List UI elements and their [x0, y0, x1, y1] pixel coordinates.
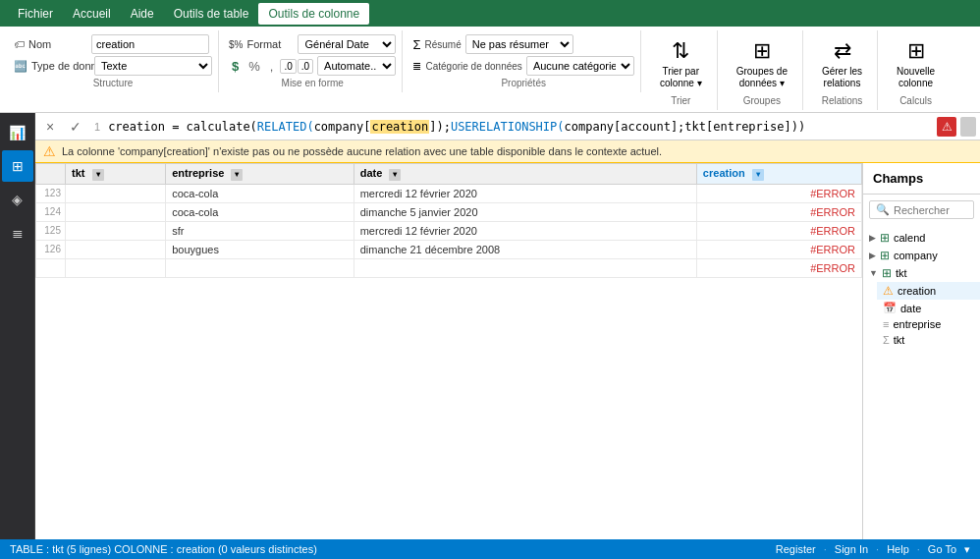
cell-tkt-3 — [66, 221, 166, 240]
left-nav-dax[interactable]: ≣ — [2, 217, 33, 249]
new-col-icon: ⊞ — [907, 38, 925, 64]
table-header-row: tkt ▾ entreprise ▾ date ▾ — [36, 164, 862, 185]
creation-filter-btn[interactable]: ▾ — [752, 169, 764, 181]
mise-en-forme-group-label: Mise en forme — [282, 78, 344, 88]
status-sign-in[interactable]: Sign In — [835, 543, 868, 555]
menu-outils-colonne[interactable]: Outils de colonne — [258, 3, 369, 25]
col-entreprise[interactable]: entreprise ▾ — [166, 164, 354, 185]
tree-item-entreprise[interactable]: ≡ entreprise — [877, 316, 980, 332]
cell-tkt-4 — [66, 240, 166, 258]
tkt-sigma-label: tkt — [894, 334, 905, 346]
tree-item-creation[interactable]: ⚠ creation — [877, 282, 980, 300]
left-nav-chart[interactable]: 📊 — [2, 117, 33, 148]
col-date[interactable]: date ▾ — [354, 164, 696, 185]
table-row: #ERROR — [36, 258, 862, 277]
formula-text[interactable]: creation = calculate(RELATED(company[cre… — [108, 120, 933, 134]
row-num-2: 124 — [36, 202, 66, 221]
dec-decrease-btn[interactable]: .0 — [298, 59, 313, 74]
row-num-3: 125 — [36, 221, 66, 240]
nom-input[interactable] — [91, 34, 209, 54]
formula-col-highlight: creation — [370, 120, 429, 134]
tree-item-date[interactable]: 📅 date — [877, 300, 980, 316]
tree-item-company[interactable]: ▶ ⊞ company — [863, 247, 980, 264]
company-table-icon: ⊞ — [880, 249, 890, 262]
tree-item-tkt-sigma[interactable]: Σ tkt — [877, 332, 980, 348]
status-help[interactable]: Help — [887, 543, 909, 555]
trier-group-label: Trier — [671, 95, 690, 106]
left-nav-table[interactable]: ⊞ — [2, 150, 33, 182]
formula-confirm-btn[interactable]: ✓ — [65, 116, 86, 138]
cell-tkt-1 — [66, 184, 166, 202]
date-filter-btn[interactable]: ▾ — [389, 169, 401, 181]
formula-close-btn[interactable]: × — [39, 116, 61, 138]
nom-icon: 🏷 — [14, 38, 25, 50]
warning-icon: ⚠ — [43, 143, 56, 159]
resume-label: Résumé — [425, 39, 462, 50]
calculs-group-label: Calculs — [899, 95, 932, 106]
cell-creation-4: #ERROR — [696, 240, 861, 258]
cell-creation-2: #ERROR — [696, 202, 861, 221]
ribbon: 🏷 Nom 🔤 Type de données Texte Structure — [0, 27, 980, 113]
formula-error-btn[interactable]: ⚠ — [937, 117, 956, 137]
entreprise-field-label: entreprise — [893, 318, 941, 330]
format-sy-icon: $% — [229, 39, 243, 50]
pct-btn[interactable]: % — [245, 58, 263, 75]
automate-select[interactable]: Automate... — [317, 56, 396, 76]
groupes-donnees-btn[interactable]: ⊞ Groupes dedonnées ▾ — [728, 34, 796, 93]
tree-item-calend[interactable]: ▶ ⊞ calend — [863, 229, 980, 247]
warning-bar: ⚠ La colonne 'company[creation]' n'exist… — [35, 140, 980, 163]
status-register[interactable]: Register — [776, 543, 816, 555]
ribbon-group-proprietes: Σ Résumé Ne pas résumer ≣ Catégorie de d… — [407, 30, 640, 92]
formula-related-fn: RELATED( — [257, 120, 314, 134]
tkt-filter-btn[interactable]: ▾ — [92, 169, 104, 181]
dec-increase-btn[interactable]: .0 — [280, 59, 296, 74]
dollar-btn[interactable]: $ — [229, 58, 242, 75]
resume-select[interactable]: Ne pas résumer — [465, 34, 573, 54]
cell-entreprise-5 — [166, 258, 354, 277]
status-go-to[interactable]: Go To — [928, 543, 956, 555]
formula-bar: × ✓ 1 creation = calculate(RELATED(compa… — [35, 113, 980, 140]
col-tkt[interactable]: tkt ▾ — [66, 164, 166, 185]
trier-par-colonne-btn[interactable]: ⇅ Trier parcolonne ▾ — [651, 34, 711, 93]
company-label: company — [894, 250, 938, 261]
ribbon-group-calculs: ⊞ Nouvellecolonne Calculs — [882, 30, 950, 110]
ribbon-group-structure: 🏷 Nom 🔤 Type de données Texte Structure — [8, 30, 219, 92]
entreprise-filter-btn[interactable]: ▾ — [231, 169, 243, 181]
menu-fichier[interactable]: Fichier — [8, 3, 63, 25]
left-sidebar: 📊 ⊞ ◈ ≣ — [0, 113, 35, 539]
go-to-chevron: ▾ — [964, 543, 970, 556]
search-input[interactable] — [894, 204, 967, 216]
cell-creation-3: #ERROR — [696, 221, 861, 240]
formula-line-num: 1 — [90, 121, 104, 133]
proprietes-group-label: Propriétés — [501, 78, 546, 88]
menu-aide[interactable]: Aide — [121, 3, 164, 25]
error-icon: ⚠ — [942, 120, 953, 134]
date-field-label: date — [900, 303, 921, 314]
menu-accueil[interactable]: Accueil — [63, 3, 121, 25]
left-nav-model[interactable]: ◈ — [2, 184, 33, 215]
tree-item-tkt[interactable]: ▼ ⊞ tkt — [863, 264, 980, 282]
col-creation[interactable]: creation ▾ — [696, 164, 861, 185]
ribbon-content: 🏷 Nom 🔤 Type de données Texte Structure — [0, 27, 980, 112]
comma-btn[interactable]: , — [267, 58, 277, 75]
type-select[interactable]: Texte — [94, 56, 212, 76]
format-select[interactable]: Général Date — [298, 34, 396, 54]
formula-close-bracket: ]); — [429, 120, 451, 134]
formula-expand-btn[interactable] — [960, 117, 976, 137]
formula-prefix: creation = calculate( — [108, 120, 257, 134]
nouvelle-colonne-btn[interactable]: ⊞ Nouvellecolonne — [888, 34, 944, 93]
cell-date-4: dimanche 21 décembre 2008 — [354, 240, 696, 258]
search-icon: 🔍 — [876, 203, 890, 216]
group-icon: ⊞ — [753, 38, 771, 64]
calend-chevron: ▶ — [869, 233, 876, 243]
fields-panel-title: Champs — [863, 163, 980, 195]
cell-date-5 — [354, 258, 696, 277]
structure-group-label: Structure — [93, 78, 134, 88]
gerer-relations-btn[interactable]: ⇄ Gérer lesrelations — [813, 34, 871, 93]
ribbon-group-mise-en-forme: $% Format Général Date $ % , .0 .0 — [223, 30, 403, 92]
table-row: 126 bouygues dimanche 21 décembre 2008 #… — [36, 240, 862, 258]
search-box[interactable]: 🔍 — [869, 200, 974, 219]
menu-outils-table[interactable]: Outils de table — [164, 3, 259, 25]
cell-date-1: mercredi 12 février 2020 — [354, 184, 696, 202]
cat-select[interactable]: Aucune catégorie — [526, 56, 634, 76]
